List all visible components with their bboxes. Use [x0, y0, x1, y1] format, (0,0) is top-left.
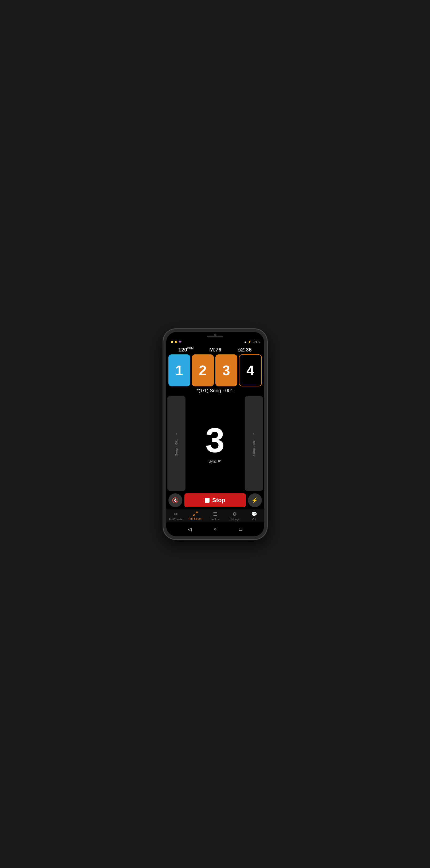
pad-2-button[interactable]: 2 — [192, 354, 214, 386]
back-button[interactable]: ◁ — [188, 526, 192, 532]
time-display: ⏱2:36 — [237, 347, 252, 353]
nav-set-list[interactable]: ☰ Set List — [205, 511, 225, 521]
nav-full-screen[interactable]: Full Screen — [186, 511, 205, 521]
stop-button[interactable]: Stop — [184, 493, 246, 507]
sync-hand-icon: ☛ — [218, 459, 222, 464]
bpm-unit: BPM — [187, 347, 194, 350]
right-panel-label: Song - 001 — [252, 439, 255, 456]
pad-3-button[interactable]: 3 — [216, 354, 237, 386]
charging-icon: ⚡ — [248, 340, 252, 344]
mute-icon: 🔇 — [172, 497, 178, 503]
nav-set-list-label: Set List — [210, 518, 220, 521]
sync-label: Sync ☛ — [208, 459, 222, 464]
nav-settings[interactable]: ⚙ Settings — [225, 511, 244, 521]
previous-song-panel[interactable]: ‹ Song - 001 — [167, 396, 185, 491]
stop-label: Stop — [212, 497, 225, 504]
nav-edit-create[interactable]: ✏ Edit/Create — [166, 511, 186, 521]
pad-3-number: 3 — [222, 363, 230, 378]
nav-settings-label: Settings — [230, 518, 239, 521]
nav-fullscreen-label: Full Screen — [189, 517, 202, 520]
mute-button[interactable]: 🔇 — [168, 493, 182, 507]
set-list-icon: ☰ — [213, 511, 217, 517]
pad-4-button[interactable]: 4 — [239, 354, 262, 386]
fullscreen-icon — [193, 511, 198, 517]
nav-bar: ✏ Edit/Create Full Screen ☰ Set List — [166, 509, 264, 522]
phone-screen: 📁 🔔 👾 ▲ ⚡ 9:15 120BPM M:79 ⏱2: — [166, 332, 264, 536]
home-button[interactable]: ○ — [214, 526, 217, 532]
nav-edit-label: Edit/Create — [169, 518, 182, 521]
speaker-icon — [207, 336, 223, 337]
power-button — [264, 375, 264, 385]
notification-icon: 🔔 — [175, 341, 177, 343]
settings-icon: ⚙ — [232, 511, 237, 517]
bpm-value: 120 — [178, 347, 187, 352]
pad-1-button[interactable]: 1 — [168, 354, 190, 386]
bpm-display[interactable]: 120BPM — [178, 347, 194, 353]
center-beat-display: 3 Sync ☛ — [187, 395, 244, 492]
status-right-icons: ▲ ⚡ 9:15 — [244, 340, 260, 344]
flash-icon: ⚡ — [252, 497, 258, 503]
left-panel-label: Song - 001 — [175, 439, 178, 456]
phone-top-bar — [166, 332, 264, 339]
measure-display: M:79 — [209, 347, 222, 353]
recent-button[interactable]: □ — [239, 526, 242, 532]
android-icon: 👾 — [178, 341, 181, 343]
status-left-icons: 📁 🔔 👾 — [171, 341, 181, 343]
current-beat-number: 3 — [205, 423, 225, 458]
flash-button[interactable]: ⚡ — [248, 493, 262, 507]
battery-icon: ▲ — [244, 340, 247, 343]
stop-square-icon — [205, 498, 209, 503]
next-song-panel[interactable]: › Song - 001 — [245, 396, 263, 491]
status-time: 9:15 — [253, 340, 259, 344]
pad-2-number: 2 — [199, 363, 207, 378]
middle-section: ‹ Song - 001 3 Sync ☛ › Song - 001 — [166, 395, 264, 492]
vip-icon: 💬 — [251, 511, 257, 517]
pad-4-number: 4 — [246, 363, 254, 378]
left-arrow-icon: ‹ — [175, 431, 177, 437]
sync-text: Sync — [208, 459, 217, 463]
measure-label: M: — [209, 347, 216, 352]
measure-value: 79 — [216, 347, 222, 352]
app-content: 120BPM M:79 ⏱2:36 1 2 3 — [166, 345, 264, 536]
sim-icon: 📁 — [171, 341, 173, 343]
android-nav: ◁ ○ □ — [166, 522, 264, 536]
pad-1-number: 1 — [175, 363, 183, 378]
right-arrow-icon: › — [253, 431, 255, 437]
clock-icon: ⏱ — [237, 348, 241, 352]
nav-vip[interactable]: 💬 VIP — [244, 511, 264, 521]
nav-vip-label: VIP — [252, 518, 256, 521]
edit-icon: ✏ — [174, 511, 178, 517]
pads-row: 1 2 3 4 — [166, 354, 264, 386]
bottom-controls: 🔇 Stop ⚡ — [166, 492, 264, 509]
phone-device: 📁 🔔 👾 ▲ ⚡ 9:15 120BPM M:79 ⏱2: — [163, 329, 267, 539]
top-info-row: 120BPM M:79 ⏱2:36 — [166, 345, 264, 354]
song-label: *(1/1) Song - 001 — [166, 386, 264, 395]
time-value: 2:36 — [241, 347, 252, 352]
